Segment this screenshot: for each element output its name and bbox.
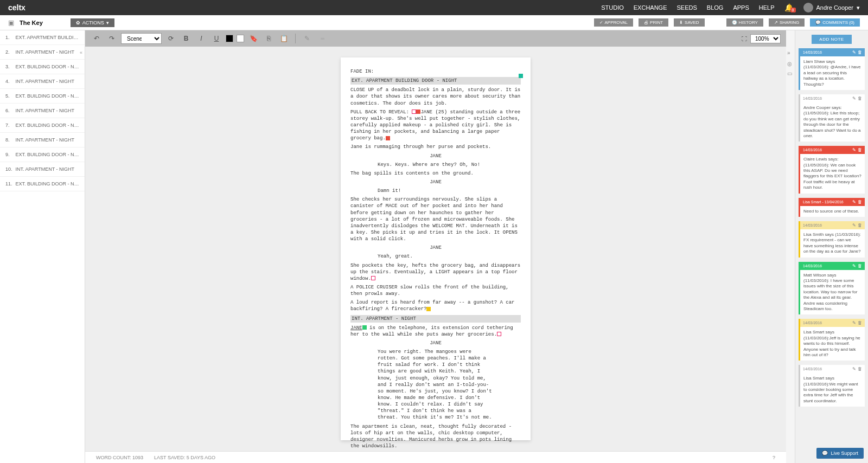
note-card[interactable]: 14/03/2016✎🗑Lisa Smith says (11/03/2016)… <box>799 221 865 258</box>
copy-button[interactable]: ⎘ <box>263 33 275 44</box>
edit-note-icon[interactable]: ✎ <box>852 366 856 371</box>
scene-item[interactable]: 5. EXT. BUILDING DOOR - NIGHT <box>0 89 85 104</box>
scene-item[interactable]: 1. EXT. APARTMENT BUILDING DOOR - ... <box>0 30 85 45</box>
note-card[interactable]: 14/03/2016✎🗑Andre Cooper says: (11/05/20… <box>799 94 865 142</box>
dialogue-text[interactable]: You were right. The mangoes were rotten.… <box>378 349 494 421</box>
scene-item[interactable]: 7. EXT. BUILDING DOOR - NIGHT <box>0 118 85 133</box>
history-button[interactable]: 🕘 HISTORY <box>726 18 763 27</box>
edit-note-icon[interactable]: ✎ <box>852 50 856 55</box>
character-cue[interactable]: JANE <box>350 153 521 159</box>
dialogue-text[interactable]: Damn it! <box>378 188 494 194</box>
character-cue[interactable]: JANE <box>350 179 521 185</box>
note-card[interactable]: Lisa Smart - 13/04/2016✎🗑Need to source … <box>799 198 865 217</box>
approval-button[interactable]: ✓ APPROVAL <box>594 18 634 27</box>
tool-b-button[interactable]: ⎓ <box>316 33 328 44</box>
delete-note-icon[interactable]: 🗑 <box>858 366 862 371</box>
note-marker-icon[interactable] <box>426 307 431 311</box>
scene-heading[interactable]: EXT. APARTMENT BUILDING DOOR - NIGHT <box>350 77 521 85</box>
delete-note-icon[interactable]: 🗑 <box>858 263 862 268</box>
character-cue[interactable]: JANE <box>350 340 521 346</box>
delete-note-icon[interactable]: 🗑 <box>858 147 862 152</box>
collapse-sidebar-icon[interactable]: « <box>80 50 85 57</box>
action-text[interactable]: PULL BACK TO REVEAL: JANE (25) standing … <box>350 109 521 142</box>
dialogue-text[interactable]: Keys. Keys. Where are they? Oh, No! <box>378 162 494 168</box>
scene-heading[interactable]: INT. APARTMENT - NIGHT <box>350 315 521 323</box>
notes-list[interactable]: 14/03/2016✎🗑Liam Shaw says (11/03/2016):… <box>795 48 868 463</box>
note-card[interactable]: 14/03/2016✎🗑Liam Shaw says (11/03/2016):… <box>799 48 865 90</box>
action-text[interactable]: JANE is on the telephone, its extension … <box>350 325 521 338</box>
scene-item[interactable]: 8. INT. APARTMENT - NIGHT <box>0 133 85 147</box>
scene-item[interactable]: 2. INT. APARTMENT - NIGHT <box>0 45 85 60</box>
scene-item[interactable]: 11. EXT. BUILDING DOOR - NIGHT <box>0 177 85 191</box>
underline-button[interactable]: U <box>210 33 222 44</box>
expand-notes-icon[interactable]: » <box>787 50 790 56</box>
italic-button[interactable]: I <box>195 33 207 44</box>
zoom-select[interactable]: 100% <box>750 34 781 43</box>
scene-item[interactable]: 9. EXT. BUILDING DOOR - NIGHT <box>0 147 85 162</box>
actions-button[interactable]: ✿ACTIONS ▾ <box>71 18 114 27</box>
edit-note-icon[interactable]: ✎ <box>852 263 856 268</box>
delete-note-icon[interactable]: 🗑 <box>858 320 862 325</box>
delete-note-icon[interactable]: 🗑 <box>858 96 862 101</box>
tag-button[interactable]: 🔖 <box>247 33 259 44</box>
add-note-button[interactable]: ADD NOTE <box>812 35 851 44</box>
note-marker-icon[interactable] <box>362 325 367 330</box>
note-marker-icon[interactable] <box>519 74 523 78</box>
refresh-icon[interactable]: ⟳ <box>165 33 177 44</box>
action-text[interactable]: The apartment is clean, neat, thought fu… <box>350 423 521 450</box>
nav-seeds[interactable]: SEEDS <box>677 4 697 11</box>
edit-note-icon[interactable]: ✎ <box>852 200 856 204</box>
scene-item[interactable]: 3. EXT. BUILDING DOOR - NIGHT <box>0 60 85 74</box>
text-color-swatch[interactable] <box>226 35 233 42</box>
page-scroll[interactable]: FADE IN: EXT. APARTMENT BUILDING DOOR - … <box>85 47 786 451</box>
undo-button[interactable]: ↶ <box>91 33 103 44</box>
help-icon[interactable]: ? <box>773 455 775 460</box>
nav-blog[interactable]: BLOG <box>707 4 724 11</box>
edit-note-icon[interactable]: ✎ <box>852 147 856 152</box>
scene-item[interactable]: 6. INT. APARTMENT - NIGHT <box>0 104 85 118</box>
dialogue-text[interactable]: Yeah, great. <box>378 253 494 260</box>
tool-a-button[interactable]: ✎ <box>301 33 313 44</box>
print-button[interactable]: 🖨 PRINT <box>639 18 668 27</box>
redo-button[interactable]: ↷ <box>106 33 118 44</box>
action-text[interactable]: A loud report is heard from far away -- … <box>350 299 521 312</box>
bg-color-swatch[interactable] <box>237 35 244 42</box>
action-text[interactable]: A POLICE CRUISER slow rolls the front of… <box>350 284 521 297</box>
scene-item[interactable]: 4. INT. APARTMENT - NIGHT <box>0 74 85 89</box>
notifications-icon[interactable]: 🔔0 <box>784 3 794 12</box>
note-marker-icon[interactable] <box>412 110 416 114</box>
note-card[interactable]: 14/03/2016✎🗑Claire Lewis says: (11/05/20… <box>799 146 865 193</box>
nav-help[interactable]: HELP <box>759 4 775 11</box>
hamburger-icon[interactable]: ▣ <box>8 19 14 27</box>
scene-item[interactable]: 10. INT. APARTMENT - NIGHT <box>0 162 85 177</box>
edit-note-icon[interactable]: ✎ <box>852 223 856 228</box>
delete-note-icon[interactable]: 🗑 <box>858 50 862 55</box>
live-support-button[interactable]: 💬 Live Support <box>816 448 864 459</box>
script-page[interactable]: FADE IN: EXT. APARTMENT BUILDING DOOR - … <box>341 57 531 440</box>
note-marker-icon[interactable] <box>371 276 375 280</box>
character-cue[interactable]: JANE <box>350 245 521 251</box>
sharing-button[interactable]: ↗ SHARING <box>769 18 805 27</box>
delete-note-icon[interactable]: 🗑 <box>858 223 862 228</box>
user-menu[interactable]: Andre Cooper ▾ <box>803 3 860 12</box>
note-card[interactable]: 14/03/2016✎🗑Matt Wilson says (11/03/2016… <box>799 262 865 315</box>
note-card[interactable]: 14/03/2016✎🗑Lisa Smart says (11/03/2016)… <box>799 365 865 407</box>
nav-studio[interactable]: STUDIO <box>601 4 624 11</box>
saved-button[interactable]: ⬇ SAVED <box>674 18 705 27</box>
nav-apps[interactable]: APPS <box>733 4 749 11</box>
action-text[interactable]: CLOSE UP of a deadbolt lock in a plain, … <box>350 87 521 106</box>
action-text[interactable]: Jane is rummaging through her purse and … <box>350 144 521 150</box>
note-marker-icon[interactable] <box>497 332 501 336</box>
view-icon[interactable]: ◎ <box>787 61 792 67</box>
bold-button[interactable]: B <box>180 33 192 44</box>
fullscreen-icon[interactable]: ⛶ <box>742 36 747 42</box>
action-text[interactable]: She pockets the key, hefts the grocery b… <box>350 262 521 282</box>
delete-note-icon[interactable]: 🗑 <box>858 200 862 204</box>
nav-exchange[interactable]: EXCHANGE <box>634 4 667 11</box>
paste-button[interactable]: 📋 <box>278 33 290 44</box>
edit-note-icon[interactable]: ✎ <box>852 320 856 325</box>
panel-icon[interactable]: ▭ <box>787 70 792 76</box>
action-text[interactable]: She checks her surroundings nervously. S… <box>350 196 521 242</box>
comments-button[interactable]: 💬 COMMENTS (0) <box>810 18 860 27</box>
edit-note-icon[interactable]: ✎ <box>852 96 856 101</box>
